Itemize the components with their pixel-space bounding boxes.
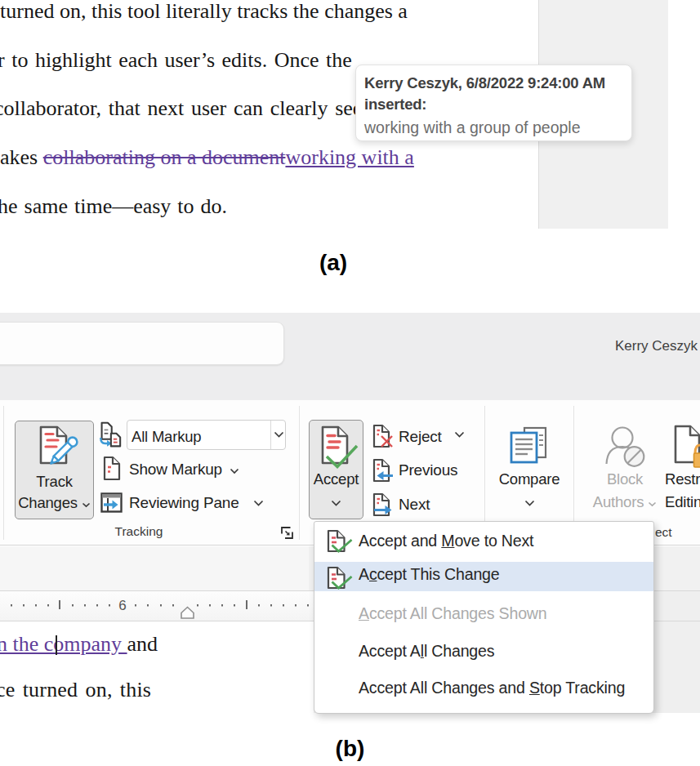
- svg-text:6: 6: [118, 598, 126, 613]
